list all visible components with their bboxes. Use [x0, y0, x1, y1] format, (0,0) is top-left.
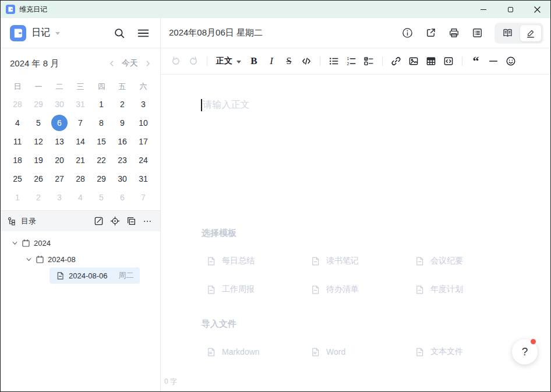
calendar-day[interactable]: 29 — [91, 169, 112, 188]
calendar-day[interactable]: 3 — [49, 188, 70, 207]
bullet-list-button[interactable] — [326, 53, 342, 69]
emoji-button[interactable] — [503, 53, 519, 69]
notebook-dropdown-caret-icon[interactable] — [55, 32, 60, 35]
calendar-day[interactable]: 11 — [7, 132, 28, 151]
tree-item-month[interactable]: 2024-08 — [5, 251, 156, 267]
close-button[interactable] — [524, 1, 550, 18]
help-button[interactable]: ? — [512, 339, 538, 365]
calendar-day[interactable]: 12 — [28, 132, 49, 151]
maximize-button[interactable] — [497, 1, 524, 18]
notebook-icon — [10, 25, 26, 41]
calendar-day[interactable]: 13 — [49, 132, 70, 151]
calendar-day[interactable]: 2 — [112, 95, 133, 114]
undo-button[interactable] — [168, 53, 184, 69]
calendar-day[interactable]: 24 — [133, 151, 154, 169]
print-button[interactable] — [444, 24, 463, 43]
calendar-day[interactable]: 30 — [112, 169, 133, 188]
calendar-day[interactable]: 2 — [28, 188, 49, 207]
calendar-day[interactable]: 9 — [112, 114, 133, 132]
outline-button[interactable] — [468, 24, 486, 43]
calendar-day[interactable]: 31 — [133, 169, 154, 188]
more-options-button[interactable] — [140, 214, 154, 228]
template-item[interactable]: 读书笔记 — [310, 254, 415, 268]
calendar-prev-button[interactable] — [108, 59, 116, 68]
import-item[interactable]: MMarkdown — [206, 345, 310, 359]
calendar-day[interactable]: 21 — [70, 151, 91, 169]
calendar-day[interactable]: 28 — [7, 95, 28, 114]
calendar-day-selected[interactable]: 6 — [49, 114, 70, 132]
calendar-day[interactable]: 4 — [7, 114, 28, 132]
read-mode-button[interactable] — [496, 24, 518, 42]
calendar-day[interactable]: 22 — [91, 151, 112, 169]
calendar-day[interactable]: 16 — [112, 132, 133, 151]
calendar-day[interactable]: 23 — [112, 151, 133, 169]
editor-area[interactable]: 请输入正文 选择模板 每日总结读书笔记会议纪要工作周报待办清单年度计划 导入文件… — [161, 75, 550, 391]
italic-button[interactable]: I — [263, 53, 280, 69]
tree-item-day-selected[interactable]: 2024-08-06 周二 — [50, 267, 140, 284]
horizontal-rule-button[interactable] — [485, 53, 501, 69]
new-note-button[interactable] — [91, 214, 105, 228]
image-button[interactable] — [405, 53, 422, 69]
calendar-day[interactable]: 27 — [49, 169, 70, 188]
calendar-day[interactable]: 29 — [28, 95, 49, 114]
minimize-button[interactable] — [470, 1, 497, 18]
calendar-day[interactable]: 18 — [7, 151, 28, 169]
calendar-day[interactable]: 25 — [7, 169, 28, 188]
template-section-title: 选择模板 — [202, 226, 236, 240]
calendar-day[interactable]: 10 — [133, 114, 154, 132]
link-button[interactable] — [388, 53, 404, 69]
template-item-label: 工作周报 — [222, 284, 255, 295]
info-button[interactable] — [398, 24, 416, 43]
calendar-day[interactable]: 4 — [70, 188, 91, 207]
import-item[interactable]: WWord — [310, 345, 415, 359]
bold-button[interactable]: B — [246, 53, 262, 69]
import-item[interactable]: 文本文件 — [415, 345, 519, 359]
calendar-day[interactable]: 1 — [91, 95, 112, 114]
collapse-all-button[interactable] — [124, 214, 138, 228]
calendar-day[interactable]: 8 — [91, 114, 112, 132]
menu-button[interactable] — [136, 26, 151, 41]
calendar-day[interactable]: 14 — [70, 132, 91, 151]
locate-today-button[interactable] — [108, 214, 122, 228]
task-list-button[interactable] — [361, 53, 377, 69]
template-item[interactable]: 工作周报 — [206, 282, 310, 296]
calendar-day[interactable]: 1 — [7, 188, 28, 207]
calendar-day[interactable]: 26 — [28, 169, 49, 188]
tree-item-year[interactable]: 2024 — [5, 235, 156, 251]
template-item[interactable]: 会议纪要 — [415, 254, 519, 268]
calendar-day[interactable]: 5 — [28, 114, 49, 132]
calendar-day[interactable]: 28 — [70, 169, 91, 188]
inline-code-button[interactable] — [298, 53, 315, 69]
ordered-list-button[interactable]: 12 — [343, 53, 359, 69]
calendar-day[interactable]: 31 — [70, 95, 91, 114]
calendar-next-button[interactable] — [144, 59, 152, 68]
calendar-day[interactable]: 17 — [133, 132, 154, 151]
template-item[interactable]: 每日总结 — [206, 254, 310, 268]
strikethrough-button[interactable]: S — [281, 53, 297, 69]
template-item[interactable]: 待办清单 — [310, 282, 415, 296]
calendar-day[interactable]: 7 — [133, 188, 154, 207]
paragraph-style-select[interactable]: 正文 — [213, 53, 245, 69]
calendar-day[interactable]: 7 — [70, 114, 91, 132]
chevron-down-icon[interactable] — [25, 256, 32, 263]
calendar-today-button[interactable]: 今天 — [121, 58, 139, 69]
calendar-day[interactable]: 5 — [91, 188, 112, 207]
edit-mode-button[interactable] — [520, 24, 542, 42]
editor-first-line[interactable]: 请输入正文 — [201, 98, 250, 112]
code-block-button[interactable] — [440, 53, 457, 69]
calendar-day[interactable]: 20 — [49, 151, 70, 169]
notebook-name[interactable]: 日记 — [31, 27, 50, 39]
table-button[interactable] — [423, 53, 439, 69]
chevron-down-icon[interactable] — [11, 240, 18, 246]
template-grid: 每日总结读书笔记会议纪要工作周报待办清单年度计划 — [206, 254, 519, 296]
search-button[interactable] — [112, 26, 127, 41]
calendar-day[interactable]: 19 — [28, 151, 49, 169]
blockquote-button[interactable]: “ — [468, 53, 484, 69]
calendar-day[interactable]: 6 — [112, 188, 133, 207]
calendar-day[interactable]: 30 — [49, 95, 70, 114]
redo-button[interactable] — [185, 53, 202, 69]
template-item[interactable]: 年度计划 — [415, 282, 519, 296]
export-button[interactable] — [421, 24, 440, 43]
calendar-day[interactable]: 3 — [133, 95, 154, 114]
calendar-day[interactable]: 15 — [91, 132, 112, 151]
